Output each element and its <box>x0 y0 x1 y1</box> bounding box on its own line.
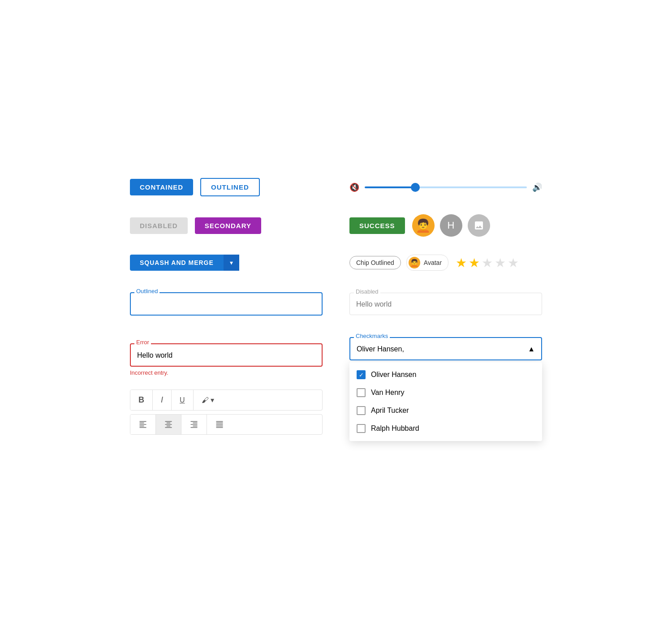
contained-button[interactable]: CONTAINED <box>130 179 193 195</box>
list-item[interactable]: Van Henry <box>349 384 542 402</box>
align-justify-button[interactable] <box>207 415 232 434</box>
select-box[interactable]: Oliver Hansen, ▲ <box>349 337 542 360</box>
chip-outlined[interactable]: Chip Outlined <box>349 256 401 269</box>
secondary-button[interactable]: SECONDARY <box>195 217 261 234</box>
chip-avatar-image: 🧑‍🦱 <box>409 257 420 268</box>
disabled-field-label: Disabled <box>354 288 380 295</box>
color-icon: 🖌 <box>202 396 209 404</box>
disabled-field: Disabled <box>349 293 542 315</box>
stars-rating[interactable]: ★ ★ ★ ★ ★ <box>456 255 519 270</box>
error-input[interactable] <box>130 343 323 367</box>
volume-slider[interactable] <box>365 186 527 188</box>
align-center-button[interactable] <box>156 415 181 434</box>
select-arrow-icon: ▲ <box>528 345 535 353</box>
dropdown-item-label: April Tucker <box>371 407 409 415</box>
avatar-letter: H <box>440 214 462 237</box>
star-3[interactable]: ★ <box>482 255 493 270</box>
color-button[interactable]: 🖌 ▾ <box>194 390 222 410</box>
checkbox-unchecked[interactable] <box>357 424 366 433</box>
volume-low-icon: 🔇 <box>349 182 359 192</box>
outlined-field-label: Outlined <box>134 288 159 294</box>
list-item[interactable]: April Tucker <box>349 402 542 420</box>
align-toolbar-row <box>130 414 323 435</box>
error-message: Incorrect entry. <box>130 369 323 376</box>
dropdown-list: ✓ Oliver Hansen Van Henry April Tucker R… <box>349 362 542 441</box>
volume-high-icon: 🔊 <box>532 182 542 192</box>
dropdown-item-label: Van Henry <box>371 389 404 397</box>
outlined-input[interactable] <box>130 292 323 316</box>
checkbox-checked[interactable]: ✓ <box>357 370 366 379</box>
star-4[interactable]: ★ <box>495 255 506 270</box>
split-button[interactable]: SQUASH AND MERGE ▾ <box>130 255 323 271</box>
chips-row: Chip Outlined 🧑‍🦱 Avatar <box>349 255 448 271</box>
list-item[interactable]: ✓ Oliver Hansen <box>349 366 542 384</box>
select-value: Oliver Hansen, <box>357 345 404 353</box>
italic-button[interactable]: I <box>153 390 172 410</box>
star-1[interactable]: ★ <box>456 255 467 270</box>
star-5[interactable]: ★ <box>508 255 519 270</box>
format-toolbar-row: B I U 🖌 ▾ <box>130 390 323 411</box>
checkbox-unchecked[interactable] <box>357 406 366 415</box>
outlined-button[interactable]: OUTLINED <box>200 178 260 196</box>
outlined-field: Outlined <box>130 292 323 316</box>
bold-button[interactable]: B <box>130 390 153 410</box>
avatar-person: 🧑‍🦱 <box>412 214 435 237</box>
error-field-label: Error <box>134 339 151 346</box>
text-editor-toolbar: B I U 🖌 ▾ <box>130 390 323 435</box>
disabled-button: DISABLED <box>130 217 188 234</box>
disabled-input <box>349 293 542 315</box>
align-left-button[interactable] <box>130 415 156 434</box>
underline-button[interactable]: U <box>172 390 194 410</box>
list-item[interactable]: Ralph Hubbard <box>349 420 542 437</box>
split-button-dropdown[interactable]: ▾ <box>224 255 239 271</box>
split-button-main[interactable]: SQUASH AND MERGE <box>130 255 224 271</box>
dropdown-item-label: Ralph Hubbard <box>371 424 419 433</box>
chip-avatar[interactable]: 🧑‍🦱 Avatar <box>406 255 448 271</box>
checkmarks-select[interactable]: Checkmarks Oliver Hansen, ▲ <box>349 337 542 360</box>
slider-container: 🔇 🔊 <box>349 182 542 192</box>
avatars-row: 🧑‍🦱 H <box>412 214 490 237</box>
checkbox-unchecked[interactable] <box>357 388 366 397</box>
align-right-button[interactable] <box>181 415 207 434</box>
checkmarks-label: Checkmarks <box>354 333 390 339</box>
error-field: Error <box>130 343 323 367</box>
success-button[interactable]: SUCCESS <box>349 217 405 234</box>
avatar-image-placeholder <box>468 214 490 237</box>
color-dropdown-arrow: ▾ <box>211 396 214 404</box>
star-2[interactable]: ★ <box>469 255 480 270</box>
dropdown-item-label: Oliver Hansen <box>371 371 416 379</box>
